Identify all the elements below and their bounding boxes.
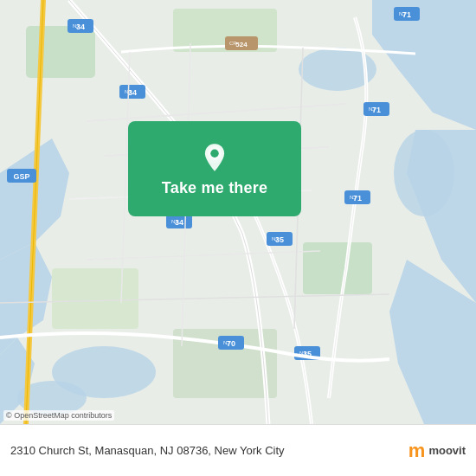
- svg-marker-4: [372, 0, 476, 130]
- svg-rect-39: [344, 190, 370, 204]
- moovit-wordmark: moovit: [428, 444, 466, 457]
- svg-point-7: [52, 346, 156, 398]
- svg-rect-48: [7, 169, 36, 183]
- moovit-letter: m: [408, 440, 426, 462]
- svg-rect-30: [294, 346, 320, 360]
- svg-text:NJ: NJ: [399, 11, 405, 16]
- moovit-logo: m moovit: [408, 440, 466, 462]
- svg-rect-12: [173, 9, 277, 52]
- svg-text:GSP: GSP: [13, 172, 29, 181]
- svg-text:35: 35: [275, 235, 284, 244]
- map-container: 34 NJ 34 NJ 34 NJ 35 NJ 35 NJ 71 NJ 71 N…: [0, 0, 476, 424]
- svg-marker-1: [0, 138, 69, 260]
- svg-text:70: 70: [227, 339, 235, 348]
- svg-text:NJ: NJ: [223, 340, 229, 345]
- svg-text:35: 35: [303, 350, 312, 358]
- svg-rect-18: [68, 19, 93, 33]
- location-pin-icon: [198, 141, 231, 174]
- svg-rect-13: [303, 242, 372, 294]
- svg-text:34: 34: [76, 23, 85, 31]
- svg-rect-11: [26, 26, 95, 78]
- osm-attribution: © OpenStreetMap contributors: [3, 410, 114, 421]
- svg-text:NJ: NJ: [272, 236, 278, 241]
- svg-point-9: [299, 48, 376, 91]
- take-me-label: Take me there: [162, 179, 267, 197]
- take-me-card[interactable]: Take me there: [128, 121, 301, 216]
- svg-rect-36: [363, 102, 389, 116]
- svg-text:71: 71: [372, 106, 381, 114]
- svg-text:34: 34: [128, 88, 137, 97]
- svg-line-54: [0, 294, 389, 303]
- svg-text:CR: CR: [229, 41, 237, 46]
- svg-marker-2: [0, 242, 52, 355]
- svg-line-53: [87, 251, 320, 260]
- svg-text:34: 34: [175, 218, 183, 227]
- svg-rect-14: [52, 268, 138, 329]
- svg-line-17: [26, 0, 43, 424]
- svg-rect-27: [267, 232, 293, 246]
- svg-text:NJ: NJ: [73, 23, 79, 29]
- svg-rect-24: [166, 215, 192, 228]
- svg-line-50: [87, 104, 346, 121]
- svg-rect-21: [119, 85, 145, 99]
- svg-text:524: 524: [235, 41, 248, 48]
- svg-text:NJ: NJ: [171, 219, 177, 224]
- svg-point-10: [394, 130, 454, 216]
- svg-text:NJ: NJ: [299, 351, 306, 356]
- svg-point-60: [210, 149, 219, 158]
- svg-rect-15: [173, 329, 277, 398]
- svg-text:NJ: NJ: [369, 106, 375, 112]
- svg-text:NJ: NJ: [350, 195, 356, 200]
- svg-rect-45: [225, 36, 258, 50]
- svg-rect-33: [394, 7, 420, 21]
- svg-text:71: 71: [402, 10, 411, 19]
- svg-line-16: [26, 0, 43, 424]
- svg-text:NJ: NJ: [125, 89, 131, 94]
- address-text: 2310 Church St, Manasquan, NJ 08736, New…: [10, 444, 408, 457]
- svg-marker-5: [407, 130, 476, 303]
- svg-rect-42: [218, 336, 244, 350]
- svg-text:71: 71: [353, 194, 362, 203]
- svg-marker-6: [389, 260, 476, 424]
- info-bar: 2310 Church St, Manasquan, NJ 08736, New…: [0, 424, 476, 476]
